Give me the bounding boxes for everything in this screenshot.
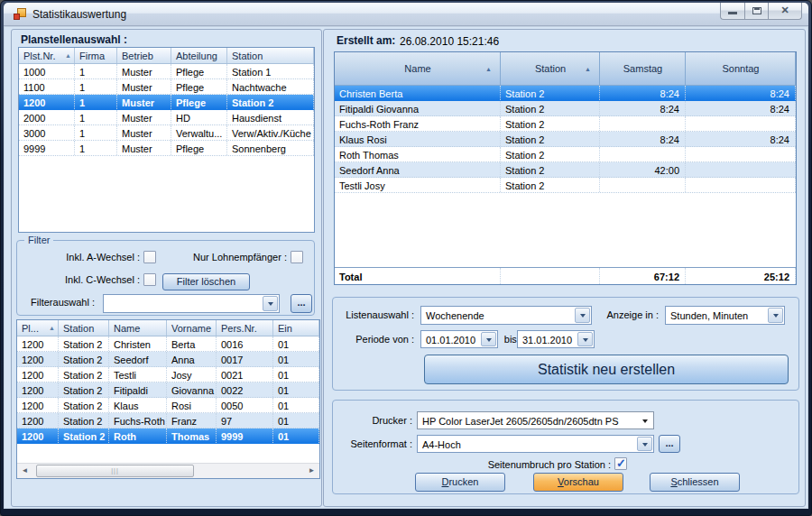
title-bar[interactable]: Statistikauswertung [4, 3, 808, 26]
column-header[interactable]: Station [59, 320, 109, 336]
table-row[interactable]: Testli JosyStation 2 [335, 178, 796, 193]
table-row[interactable]: 99991MusterPflegeSonnenberg [19, 141, 314, 156]
cell: Sonnenberg [227, 141, 314, 155]
seitenumbruch-checkbox[interactable] [614, 457, 627, 470]
table-row[interactable]: 1200Station 2FitipaldiGiovanna002201 [17, 382, 319, 398]
column-header-label: Sonntag [723, 63, 760, 74]
column-header[interactable]: Vorname [167, 320, 217, 336]
filterauswahl-browse-button[interactable]: ... [291, 294, 312, 313]
filterauswahl-combobox[interactable] [103, 294, 280, 313]
table-header: Pl...▲StationNameVornamePers.Nr.Ein [17, 320, 319, 336]
cell [686, 147, 796, 161]
table-row[interactable]: Fitipaldi GiovannaStation 28:248:24 [335, 101, 796, 116]
column-header[interactable]: Betrieb [117, 48, 171, 63]
periode-von-datepicker[interactable]: 01.01.2010 [420, 330, 498, 348]
planstellen-table[interactable]: Plst.Nr.▲FirmaBetriebAbteilungStation100… [18, 47, 315, 233]
cell: 0022 [217, 382, 273, 397]
column-header[interactable]: Sonntag [686, 52, 796, 85]
cell: 1200 [17, 352, 59, 366]
column-header-label: Firma [79, 51, 105, 61]
horizontal-scrollbar[interactable]: ◄ ||| ► [17, 463, 319, 478]
table-row[interactable]: Fuchs-Roth FranzStation 2 [335, 116, 796, 132]
statistik-neu-erstellen-button[interactable]: Statistik neu erstellen [424, 355, 789, 384]
cell: 1 [75, 95, 117, 109]
combobox-value: Wochenende [421, 307, 591, 322]
inkl-c-wechsel-checkbox[interactable] [143, 273, 156, 286]
column-header[interactable]: Name [109, 320, 167, 336]
dropdown-button[interactable] [481, 332, 496, 346]
table-row[interactable]: 20001MusterHDHausdienst [19, 110, 314, 125]
cell: Klaus Rosi [335, 132, 501, 146]
cell: Station 2 [501, 132, 600, 146]
column-header[interactable]: Firma [75, 48, 117, 63]
scrollbar-thumb[interactable]: ||| [36, 465, 194, 477]
drucker-combobox[interactable]: HP Color LaserJet 2605/2605dn/2605dtn PS [417, 411, 654, 429]
column-header[interactable]: Name▲ [335, 52, 501, 85]
table-row[interactable]: 10001MusterPflegeStation 1 [19, 64, 314, 79]
personen-table[interactable]: Pl...▲StationNameVornamePers.Nr.Ein 1200… [16, 319, 320, 479]
listenauswahl-combobox[interactable]: Wochenende [420, 306, 592, 325]
drucken-button[interactable]: Drucken [415, 473, 505, 492]
table-row[interactable]: 1200Station 2SeedorfAnna001701 [17, 352, 319, 367]
table-header: Name▲Station▲SamstagSonntag [335, 52, 796, 86]
cell: Pflege [171, 64, 227, 78]
column-header[interactable]: Abteilung [171, 48, 227, 63]
vorschau-button[interactable]: Vorschau [533, 473, 623, 492]
anzeige-in-combobox[interactable]: Stunden, Minuten [665, 306, 785, 325]
table-row[interactable]: 1200Station 2KlausRosi005001 [17, 398, 319, 413]
dropdown-button[interactable] [768, 308, 783, 323]
column-header[interactable]: Station▲ [501, 52, 600, 85]
seitenumbruch-label: Seitenumbruch pro Station : [387, 459, 611, 471]
column-header[interactable]: Plst.Nr.▲ [19, 48, 75, 63]
close-icon: ✕ [780, 5, 789, 15]
schliessen-button[interactable]: Schliessen [650, 473, 740, 492]
filter-loeschen-button[interactable]: Filter löschen [162, 273, 250, 290]
dropdown-button[interactable] [637, 413, 652, 428]
column-header[interactable]: Samstag [600, 52, 686, 85]
cell: Pflege [171, 79, 227, 94]
cell: 01 [273, 352, 319, 366]
table-row[interactable]: 11001MusterPflegeNachtwache [19, 79, 314, 95]
table-row[interactable]: 1200Station 2ChristenBerta001601 [17, 336, 319, 352]
minimize-button[interactable] [720, 3, 744, 20]
cell: Station 2 [59, 428, 109, 443]
column-header[interactable]: Pl...▲ [17, 320, 59, 336]
statistik-table[interactable]: Name▲Station▲SamstagSonntag Christen Ber… [334, 51, 797, 285]
cell: 01 [273, 428, 319, 443]
dropdown-button[interactable] [263, 296, 278, 311]
dropdown-button[interactable] [575, 308, 590, 323]
cell: Station 2 [501, 101, 600, 115]
table-row[interactable]: Klaus RosiStation 28:248:24 [335, 132, 796, 147]
maximize-button[interactable] [744, 3, 768, 20]
table-row[interactable]: 1200Station 2Fuchs-RothFranz9701 [17, 413, 319, 428]
cell: Giovanna [167, 382, 217, 397]
table-row[interactable]: Seedorf AnnaStation 242:00 [335, 162, 796, 178]
scroll-right-button[interactable]: ► [304, 464, 319, 478]
seitenformat-combobox[interactable]: A4-Hoch [417, 435, 654, 453]
column-header[interactable]: Station [227, 48, 314, 63]
table-row[interactable]: 12001MusterPflegeStation 2 [19, 95, 314, 110]
column-header[interactable]: Pers.Nr. [217, 320, 273, 336]
cell: HD [171, 110, 227, 124]
dropdown-button[interactable] [637, 437, 652, 451]
close-button[interactable]: ✕ [768, 3, 802, 20]
table-row[interactable]: Roth ThomasStation 2 [335, 147, 796, 162]
dropdown-button[interactable] [577, 332, 593, 346]
combobox-value: Stunden, Minuten [666, 307, 784, 322]
table-row[interactable]: 30001MusterVerwaltu...Verw/Aktiv./Küche [19, 125, 314, 141]
table-row[interactable]: 1200Station 2RothThomas999901 [17, 428, 319, 444]
cell: 9999 [19, 141, 75, 155]
scroll-left-button[interactable]: ◄ [17, 464, 32, 478]
nur-lohnempfaenger-checkbox[interactable] [291, 251, 303, 263]
cell: Station 2 [59, 336, 109, 351]
cell: 1 [75, 64, 117, 78]
periode-bis-datepicker[interactable]: 31.01.2010 [517, 330, 595, 348]
cell: 1200 [17, 336, 59, 351]
table-row[interactable]: 1200Station 2TestliJosy002101 [17, 367, 319, 382]
cell: Seedorf [109, 352, 167, 366]
seitenformat-browse-button[interactable]: ... [659, 435, 680, 453]
cell: 1200 [19, 95, 75, 109]
table-row[interactable]: Christen BertaStation 28:248:24 [335, 86, 796, 101]
inkl-a-wechsel-checkbox[interactable] [143, 251, 156, 263]
column-header[interactable]: Ein [273, 320, 319, 336]
